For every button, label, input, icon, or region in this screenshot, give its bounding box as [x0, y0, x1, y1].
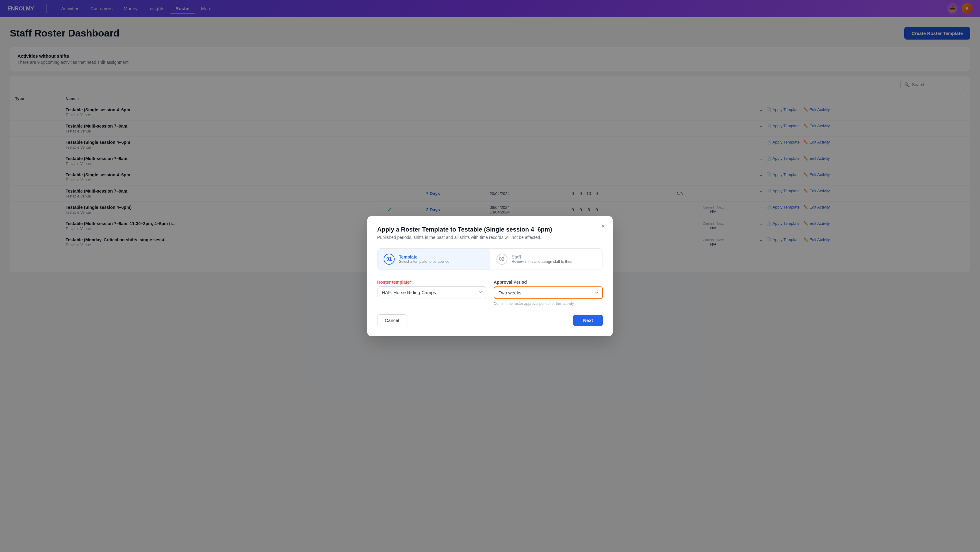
step-1-num: 01: [383, 254, 395, 265]
modal-overlay: × Apply a Roster Template to Testable (S…: [0, 0, 980, 552]
approval-period-select[interactable]: Two weeks One week Three weeks One month: [494, 286, 603, 299]
approval-period-hint: Confirm the roster approval period for t…: [494, 301, 603, 306]
step-2-staff: 02 Staff Review shifts and assign staff …: [490, 249, 603, 270]
modal-subtitle: Published periods, shifts in the past an…: [377, 235, 603, 240]
step-2-num: 02: [496, 254, 508, 265]
roster-template-group: Roster template* HAF: Horse Riding Camps: [377, 280, 486, 298]
cancel-button[interactable]: Cancel: [377, 314, 407, 326]
step-1-label: Template: [399, 255, 450, 259]
next-button[interactable]: Next: [573, 315, 603, 326]
step-2-desc: Review shifts and assign staff to them: [512, 259, 573, 264]
form-row: Roster template* HAF: Horse Riding Camps…: [377, 280, 603, 306]
approval-period-group: Approval Period Two weeks One week Three…: [494, 280, 603, 306]
modal-actions: Cancel Next: [377, 314, 603, 326]
step-1-template: 01 Template Select a template to be appl…: [377, 249, 490, 270]
roster-template-select[interactable]: HAF: Horse Riding Camps: [377, 286, 486, 298]
step-1-desc: Select a template to be applied: [399, 259, 450, 264]
approval-period-label: Approval Period: [494, 280, 603, 285]
modal-close-button[interactable]: ×: [598, 221, 608, 231]
roster-template-label: Roster template*: [377, 280, 486, 285]
apply-template-modal: × Apply a Roster Template to Testable (S…: [368, 216, 612, 336]
modal-title: Apply a Roster Template to Testable (Sin…: [377, 226, 603, 233]
step-2-label: Staff: [512, 255, 573, 259]
stepper: 01 Template Select a template to be appl…: [377, 248, 603, 270]
